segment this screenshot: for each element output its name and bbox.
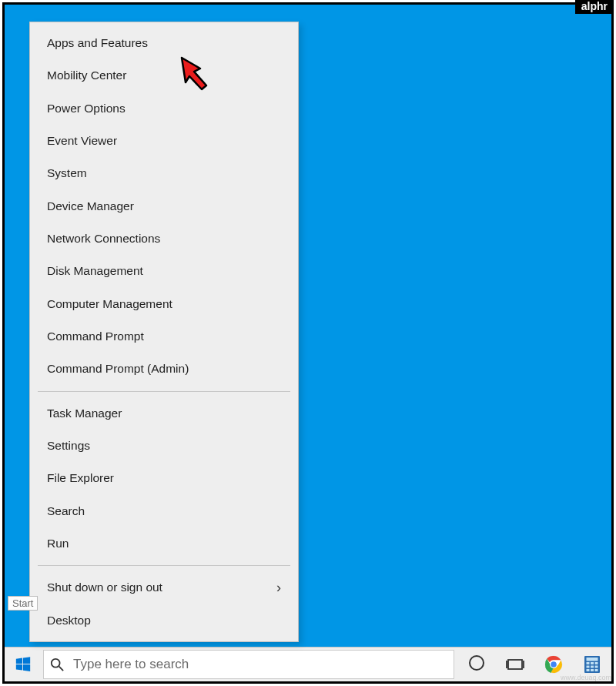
start-button[interactable] — [5, 648, 42, 681]
svg-rect-16 — [591, 662, 594, 664]
svg-line-6 — [59, 667, 63, 671]
start-tooltip: Start — [8, 596, 38, 611]
windows-logo-icon — [15, 656, 32, 673]
taskbar: Type here to search — [5, 647, 611, 681]
menu-run[interactable]: Run — [30, 527, 298, 560]
menu-command-prompt[interactable]: Command Prompt — [30, 320, 298, 353]
menu-power-options[interactable]: Power Options — [30, 92, 298, 125]
svg-marker-3 — [16, 664, 22, 671]
menu-disk-management[interactable]: Disk Management — [30, 255, 298, 287]
cortana-icon — [469, 655, 484, 671]
task-view-button[interactable] — [496, 655, 534, 674]
watermark: www.deuaq.com — [561, 674, 611, 681]
calculator-taskbar-button[interactable] — [573, 655, 611, 674]
menu-search[interactable]: Search — [30, 495, 298, 527]
calculator-icon — [583, 655, 601, 674]
svg-rect-22 — [591, 669, 594, 671]
menu-separator — [38, 565, 290, 566]
red-arrow-annotation — [177, 53, 222, 92]
menu-command-prompt-admin[interactable]: Command Prompt (Admin) — [30, 353, 298, 385]
menu-mobility-center[interactable]: Mobility Center — [30, 59, 298, 92]
svg-rect-19 — [591, 666, 594, 668]
menu-shutdown-signout[interactable]: Shut down or sign out › — [30, 571, 298, 604]
menu-file-explorer[interactable]: File Explorer — [30, 462, 298, 494]
winx-context-menu: Apps and Features Mobility Center Power … — [29, 22, 299, 642]
chrome-taskbar-button[interactable] — [534, 655, 573, 674]
menu-apps-and-features[interactable]: Apps and Features — [30, 27, 298, 59]
svg-rect-17 — [595, 662, 598, 664]
svg-marker-0 — [182, 58, 206, 89]
svg-marker-4 — [23, 664, 30, 671]
search-icon — [50, 658, 64, 671]
menu-task-manager[interactable]: Task Manager — [30, 397, 298, 430]
svg-marker-1 — [16, 658, 22, 664]
svg-rect-23 — [595, 669, 598, 671]
task-view-icon — [506, 655, 524, 674]
svg-rect-14 — [587, 658, 598, 661]
menu-event-viewer[interactable]: Event Viewer — [30, 125, 298, 157]
svg-marker-2 — [23, 657, 30, 664]
desktop[interactable]: Start Apps and Features Mobility Center … — [5, 5, 611, 647]
cortana-button[interactable] — [457, 655, 496, 671]
menu-system[interactable]: System — [30, 157, 298, 189]
menu-separator — [38, 391, 290, 392]
menu-settings[interactable]: Settings — [30, 430, 298, 462]
svg-rect-7 — [508, 660, 522, 669]
taskbar-search[interactable]: Type here to search — [43, 650, 454, 679]
chrome-icon — [544, 655, 563, 674]
svg-point-5 — [52, 659, 60, 668]
svg-rect-15 — [587, 662, 590, 664]
menu-computer-management[interactable]: Computer Management — [30, 288, 298, 320]
menu-network-connections[interactable]: Network Connections — [30, 223, 298, 255]
menu-desktop[interactable]: Desktop — [30, 604, 298, 637]
svg-point-12 — [551, 661, 557, 668]
search-placeholder: Type here to search — [73, 657, 189, 672]
svg-rect-21 — [587, 669, 590, 671]
chevron-right-icon: › — [276, 580, 281, 596]
svg-rect-18 — [587, 666, 590, 668]
svg-rect-20 — [595, 666, 598, 668]
brand-badge: alphr — [575, 0, 614, 14]
menu-device-manager[interactable]: Device Manager — [30, 190, 298, 223]
